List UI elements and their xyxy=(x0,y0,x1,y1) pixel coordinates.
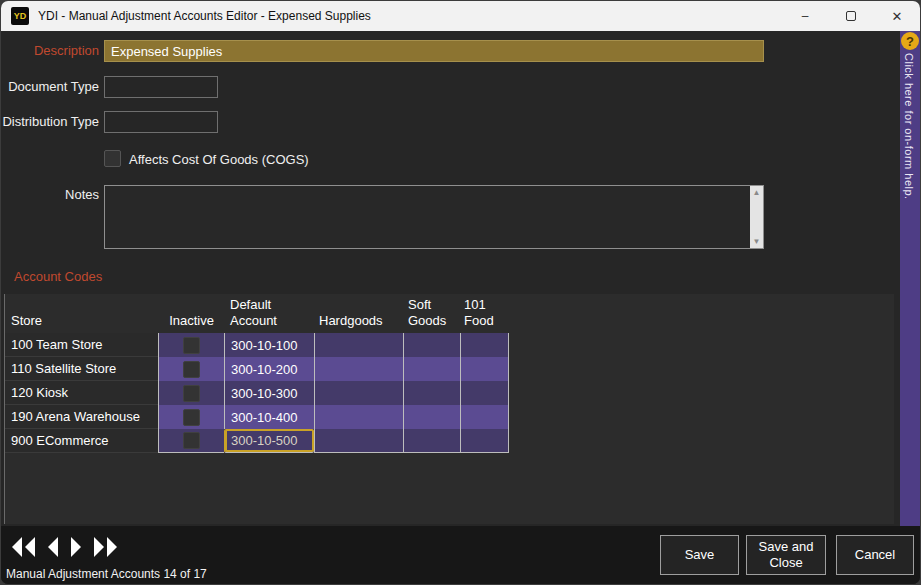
inactive-checkbox[interactable] xyxy=(183,337,200,354)
inactive-cell[interactable] xyxy=(158,429,224,453)
description-input[interactable] xyxy=(104,40,764,62)
inactive-cell[interactable] xyxy=(158,405,224,429)
app-icon: YD xyxy=(11,7,29,25)
default-account-cell[interactable]: 300-10-500 xyxy=(224,429,314,453)
inactive-checkbox[interactable] xyxy=(183,385,200,402)
soft-goods-cell[interactable] xyxy=(403,357,460,381)
hardgoods-cell[interactable] xyxy=(314,333,403,357)
notes-textarea[interactable]: ▲ ▼ xyxy=(104,185,764,249)
food-cell[interactable] xyxy=(460,357,509,381)
hardgoods-cell[interactable] xyxy=(314,405,403,429)
column-header-default-account: Default Account xyxy=(224,294,314,333)
cancel-button[interactable]: Cancel xyxy=(836,535,914,575)
inactive-cell[interactable] xyxy=(158,333,224,357)
notes-label: Notes xyxy=(1,187,99,202)
account-codes-section-label: Account Codes xyxy=(14,269,102,284)
scroll-down-icon[interactable]: ▼ xyxy=(753,235,761,248)
column-header-101-food: 101 Food xyxy=(460,294,509,333)
food-cell[interactable] xyxy=(460,333,509,357)
help-strip[interactable]: ? Click here for on-form help. xyxy=(900,31,920,526)
first-record-button[interactable] xyxy=(11,537,36,557)
inactive-checkbox[interactable] xyxy=(183,432,200,449)
default-account-cell[interactable]: 300-10-400 xyxy=(224,405,314,429)
notes-scrollbar[interactable]: ▲ ▼ xyxy=(750,186,763,248)
help-strip-label: Click here for on-form help. xyxy=(903,53,915,200)
description-label: Description xyxy=(1,43,99,58)
soft-goods-cell[interactable] xyxy=(403,429,460,453)
right-arrow-icon xyxy=(70,537,82,557)
window-title: YDI - Manual Adjustment Accounts Editor … xyxy=(38,9,371,23)
double-left-arrow-icon xyxy=(11,537,36,557)
cogs-checkbox[interactable] xyxy=(104,150,121,167)
hardgoods-cell[interactable] xyxy=(314,357,403,381)
inactive-checkbox[interactable] xyxy=(183,361,200,378)
soft-goods-cell[interactable] xyxy=(403,405,460,429)
title-bar: YD YDI - Manual Adjustment Accounts Edit… xyxy=(1,1,920,31)
default-account-cell[interactable]: 300-10-200 xyxy=(224,357,314,381)
table-row: 110 Satellite Store300-10-200 xyxy=(5,357,894,381)
grid-header: Store Inactive Default Account Hardgoods… xyxy=(5,294,894,333)
editor-form: Description Document Type Distribution T… xyxy=(1,31,921,526)
scroll-up-icon[interactable]: ▲ xyxy=(753,186,761,199)
inactive-cell[interactable] xyxy=(158,381,224,405)
previous-record-button[interactable] xyxy=(47,537,59,557)
help-icon[interactable]: ? xyxy=(901,32,919,50)
default-account-cell[interactable]: 300-10-100 xyxy=(224,333,314,357)
next-record-button[interactable] xyxy=(70,537,82,557)
record-count-label: Manual Adjustment Accounts 14 of 17 xyxy=(6,567,207,581)
account-codes-grid: Store Inactive Default Account Hardgoods… xyxy=(4,294,894,524)
food-cell[interactable] xyxy=(460,405,509,429)
app-window: YD YDI - Manual Adjustment Accounts Edit… xyxy=(0,0,921,585)
maximize-button[interactable] xyxy=(828,1,874,31)
distribution-type-label: Distribution Type xyxy=(1,114,99,129)
column-header-hardgoods: Hardgoods xyxy=(314,294,403,333)
store-cell: 190 Arena Warehouse xyxy=(5,405,158,429)
maximize-icon xyxy=(846,11,856,21)
food-cell[interactable] xyxy=(460,381,509,405)
column-header-store: Store xyxy=(5,294,158,333)
hardgoods-cell[interactable] xyxy=(314,429,403,453)
table-row: 190 Arena Warehouse300-10-400 xyxy=(5,405,894,429)
save-and-close-button[interactable]: Save and Close xyxy=(746,535,826,575)
hardgoods-cell[interactable] xyxy=(314,381,403,405)
distribution-type-input[interactable] xyxy=(104,111,218,133)
document-type-input[interactable] xyxy=(104,76,218,98)
default-account-cell[interactable]: 300-10-300 xyxy=(224,381,314,405)
food-cell[interactable] xyxy=(460,429,509,453)
inactive-checkbox[interactable] xyxy=(183,409,200,426)
close-button[interactable]: ✕ xyxy=(874,1,920,31)
soft-goods-cell[interactable] xyxy=(403,381,460,405)
inactive-cell[interactable] xyxy=(158,357,224,381)
column-header-inactive: Inactive xyxy=(158,294,224,333)
save-button[interactable]: Save xyxy=(660,535,739,575)
last-record-button[interactable] xyxy=(93,537,118,557)
store-cell: 120 Kiosk xyxy=(5,381,158,405)
table-row: 900 ECommerce300-10-500 xyxy=(5,429,894,453)
minimize-button[interactable]: – xyxy=(782,1,828,31)
cogs-label: Affects Cost Of Goods (COGS) xyxy=(129,152,309,167)
bottom-bar: Manual Adjustment Accounts 14 of 17 Save… xyxy=(1,526,921,585)
store-cell: 110 Satellite Store xyxy=(5,357,158,381)
store-cell: 900 ECommerce xyxy=(5,429,158,453)
store-cell: 100 Team Store xyxy=(5,333,158,357)
document-type-label: Document Type xyxy=(1,79,99,94)
record-navigation xyxy=(11,537,118,557)
left-arrow-icon xyxy=(47,537,59,557)
soft-goods-cell[interactable] xyxy=(403,333,460,357)
table-row: 100 Team Store300-10-100 xyxy=(5,333,894,357)
column-header-soft-goods: Soft Goods xyxy=(403,294,460,333)
double-right-arrow-icon xyxy=(93,537,118,557)
table-row: 120 Kiosk300-10-300 xyxy=(5,381,894,405)
grid-body: 100 Team Store300-10-100110 Satellite St… xyxy=(5,333,894,453)
